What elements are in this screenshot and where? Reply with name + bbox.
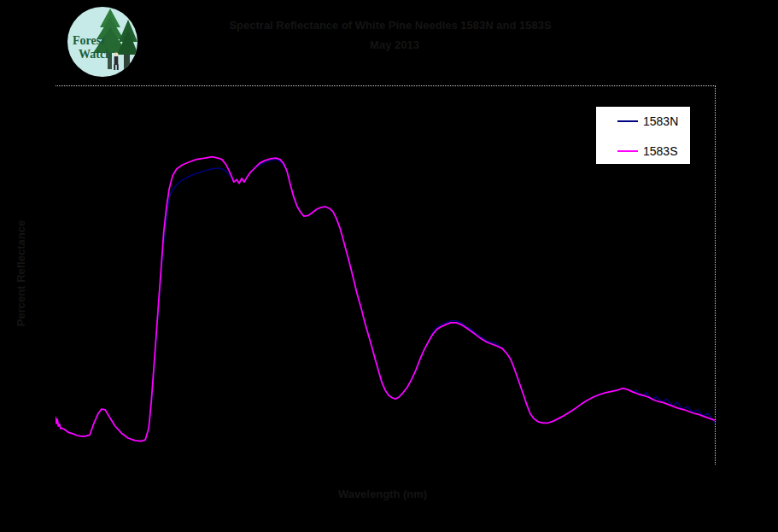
forest-watch-logo-icon: Forest Watch (67, 6, 138, 78)
person-body (114, 56, 119, 65)
chart-title-line2: May 2013 (370, 38, 419, 51)
legend-line-1583S (617, 150, 638, 152)
logo-text-forest: Forest (73, 34, 105, 47)
chart-window: Forest Watch Spectral Reflectance of Whi… (0, 0, 778, 532)
x-axis-label: Wavelength (nm) (338, 488, 427, 500)
legend-line-1583N (617, 120, 638, 122)
legend: 1583N 1583S (596, 107, 690, 164)
chart-title-line1: Spectral Reflectance of White Pine Needl… (229, 19, 551, 32)
legend-item-1583S: 1583S (596, 143, 690, 159)
series-line-1583S (56, 157, 715, 441)
series-line-1583N (56, 160, 715, 441)
person-leg (117, 65, 119, 71)
y-axis-label: Percent Reflectance (15, 220, 27, 326)
logo-text-watch: Watch (79, 48, 112, 61)
person-leg (114, 65, 115, 71)
forest-watch-logo: Forest Watch (67, 6, 138, 78)
legend-label-1583N: 1583N (643, 114, 678, 128)
person-icon (114, 52, 118, 56)
legend-label-1583S: 1583S (643, 144, 677, 158)
legend-item-1583N: 1583N (596, 114, 690, 129)
